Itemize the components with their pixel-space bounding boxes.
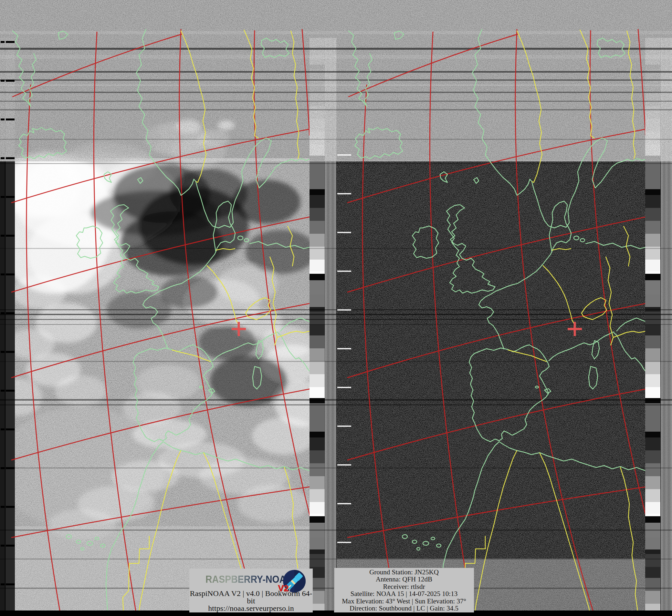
build-info-line: RaspiNOAA V2 | v4.0 | Bookworm 64-bit (189, 590, 313, 605)
ground-station-line: Ground Station: JN25KQ (334, 569, 474, 576)
satellite-line: Satellite: NOAA 15 | 14-07-2025 10:13 (334, 590, 474, 597)
satellite-image-canvas (0, 0, 672, 616)
elevation-line: Max Elevation: 43° West | Sun Elevation:… (334, 598, 474, 605)
portal-url: https://noaa.serveurperso.in (189, 605, 313, 612)
logo-version: V2 (278, 583, 288, 593)
station-info-panel: Ground Station: JN25KQ Antenna: QFH 12dB… (334, 568, 474, 612)
apt-decode-screenshot: RASPBERRY-NOAA V2 RaspiNOAA V2 | v4.0 | … (0, 0, 672, 616)
antenna-line: Antenna: QFH 12dB (334, 576, 474, 583)
receiver-line: Receiver: rtlsdr (334, 583, 474, 590)
channel-b-noise-texture (337, 160, 645, 611)
direction-line: Direction: Southbound | LC | Gain: 34.5 (334, 605, 474, 612)
logo-panel: RASPBERRY-NOAA V2 RaspiNOAA V2 | v4.0 | … (189, 569, 313, 612)
